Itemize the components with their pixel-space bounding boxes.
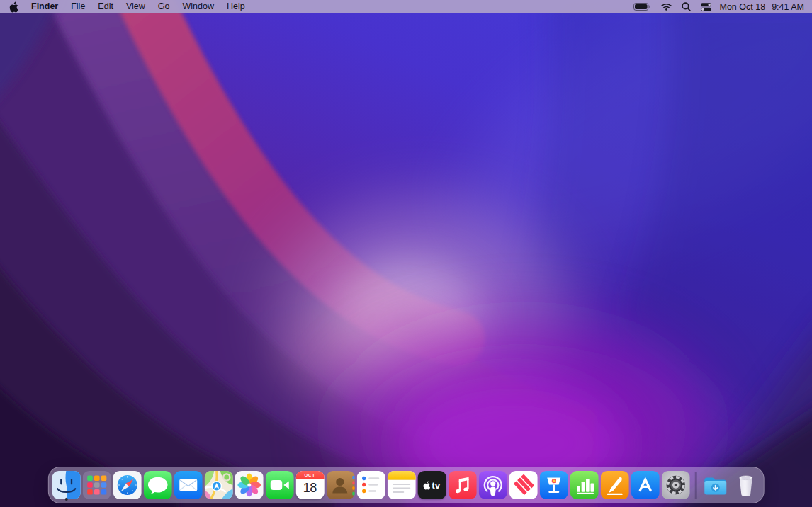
menu-clock[interactable]: Mon Oct 18 9:41 AM	[720, 2, 805, 12]
contacts-icon	[326, 471, 354, 499]
dock-item-keynote[interactable]	[538, 469, 569, 501]
calendar-month-label: OCT	[295, 471, 324, 479]
menu-window[interactable]: Window	[176, 0, 220, 13]
desktop: Finder File Edit View Go Window Help	[0, 0, 812, 507]
battery-icon[interactable]	[628, 0, 656, 13]
dock-item-system-preferences[interactable]	[660, 469, 691, 501]
menu-time: 9:41 AM	[772, 2, 804, 12]
trash-icon	[732, 471, 760, 499]
control-center-icon[interactable]	[696, 0, 716, 13]
dock-separator	[695, 472, 697, 499]
app-store-icon	[631, 471, 659, 499]
calendar-day-label: 18	[295, 479, 324, 499]
menu-help[interactable]: Help	[220, 0, 252, 13]
reminders-icon	[356, 471, 385, 499]
notes-icon	[387, 471, 415, 499]
numbers-icon	[570, 471, 598, 499]
downloads-folder-icon	[701, 471, 730, 499]
dock-item-messages[interactable]	[142, 469, 173, 501]
apple-menu[interactable]	[0, 0, 25, 13]
menu-bar: Finder File Edit View Go Window Help	[0, 0, 812, 13]
keynote-icon	[539, 471, 568, 499]
apple-logo-glyph	[423, 481, 431, 490]
news-icon	[509, 471, 537, 499]
photos-icon	[235, 471, 263, 499]
menu-go[interactable]: Go	[152, 0, 176, 13]
finder-running-indicator	[64, 498, 67, 501]
dock-item-tv[interactable]: tv	[417, 469, 447, 501]
finder-icon	[52, 471, 80, 499]
menu-file[interactable]: File	[64, 0, 91, 13]
dock-item-trash[interactable]	[731, 469, 761, 501]
dock-item-pages[interactable]	[599, 469, 630, 501]
dock-item-downloads[interactable]	[700, 469, 731, 501]
launchpad-icon	[82, 471, 111, 499]
calendar-icon: OCT 18	[295, 471, 324, 499]
dock-item-mail[interactable]	[173, 469, 203, 501]
pages-icon	[600, 471, 628, 499]
music-icon	[448, 471, 476, 499]
dock-item-notes[interactable]	[386, 469, 417, 501]
dock-item-facetime[interactable]	[264, 469, 295, 501]
dock-item-safari[interactable]	[112, 469, 142, 501]
dock-item-maps[interactable]	[203, 469, 234, 501]
dock-item-launchpad[interactable]	[81, 469, 112, 501]
dock-item-finder[interactable]	[51, 469, 81, 501]
maps-icon	[204, 471, 232, 499]
menu-bar-status: Mon Oct 18 9:41 AM	[628, 0, 812, 13]
menu-edit[interactable]: Edit	[91, 0, 120, 13]
dock-item-reminders[interactable]	[356, 469, 386, 501]
wifi-icon[interactable]	[656, 0, 677, 13]
wallpaper-image	[0, 0, 812, 507]
dock-item-calendar[interactable]: OCT 18	[295, 469, 325, 501]
menu-date: Mon Oct 18	[720, 2, 766, 12]
apple-tv-icon: tv	[417, 471, 446, 499]
facetime-icon	[265, 471, 293, 499]
dock: OCT 18	[48, 467, 765, 503]
system-preferences-icon	[661, 471, 689, 499]
messages-icon	[143, 471, 171, 499]
menu-bar-left: Finder File Edit View Go Window Help	[0, 0, 252, 13]
apple-logo-icon	[9, 1, 18, 13]
dock-item-numbers[interactable]	[569, 469, 599, 501]
mail-icon	[174, 471, 202, 499]
safari-icon	[113, 471, 141, 499]
dock-item-photos[interactable]	[234, 469, 264, 501]
spotlight-search-icon[interactable]	[677, 0, 696, 13]
podcasts-icon	[478, 471, 507, 499]
dock-item-appstore[interactable]	[630, 469, 660, 501]
dock-item-contacts[interactable]	[325, 469, 356, 501]
menu-view[interactable]: View	[120, 0, 152, 13]
dock-item-podcasts[interactable]	[478, 469, 508, 501]
menu-active-app[interactable]: Finder	[25, 0, 64, 13]
dock-item-music[interactable]	[447, 469, 478, 501]
tv-label: tv	[432, 480, 440, 491]
dock-item-news[interactable]	[508, 469, 538, 501]
